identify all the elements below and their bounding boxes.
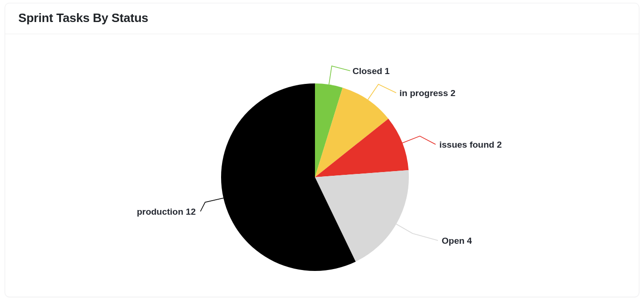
card-header: Sprint Tasks By Status	[5, 3, 639, 34]
pie-chart	[5, 34, 639, 297]
pie-label-in-progress: in progress 2	[399, 88, 455, 98]
pie-label-closed: Closed 1	[353, 66, 390, 76]
pie-label-production: production 12	[137, 207, 196, 217]
card: Sprint Tasks By Status Closed 1 in progr…	[5, 3, 639, 297]
chart-title: Sprint Tasks By Status	[18, 11, 626, 25]
pie-label-open: Open 4	[442, 236, 472, 246]
chart-area: Closed 1 in progress 2 issues found 2 Op…	[5, 34, 639, 297]
pie-label-issues-found: issues found 2	[439, 140, 502, 150]
